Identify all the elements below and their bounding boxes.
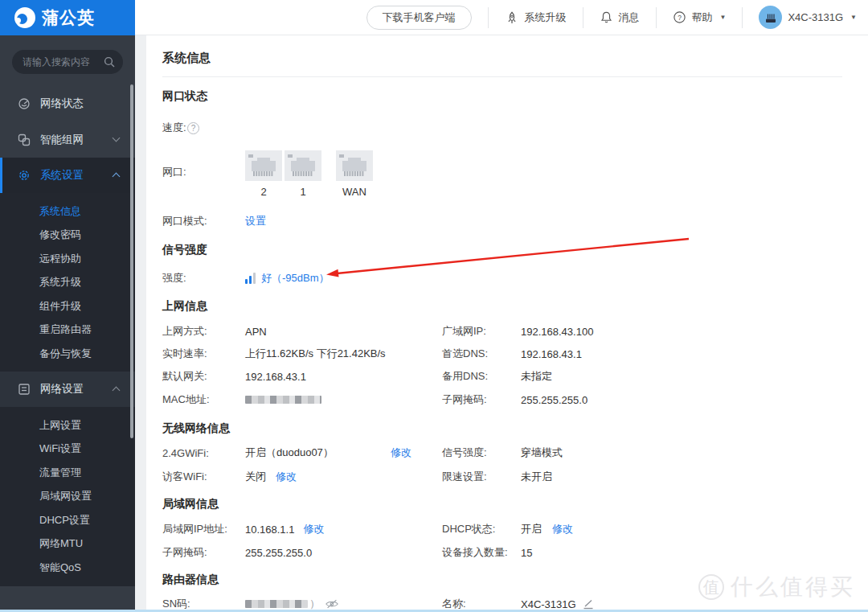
submenu-item-backup-restore[interactable]: 备份与恢复 xyxy=(0,342,135,366)
submenu-item-traffic-management[interactable]: 流量管理 xyxy=(0,461,135,485)
port-labels: 2 1 WAN xyxy=(245,186,373,198)
primary-dns-value: 192.168.43.1 xyxy=(521,348,582,360)
submenu-item-component-upgrade[interactable]: 组件升级 xyxy=(0,294,135,318)
wifi24-modify-link[interactable]: 修改 xyxy=(391,446,411,460)
gear-icon xyxy=(18,169,31,182)
ethernet-ports xyxy=(245,150,373,181)
device-avatar xyxy=(759,6,782,29)
devices-count-label: 设备接入数量: xyxy=(442,545,521,560)
lan-ip-row: 局域网IP地址: 10.168.1.1 修改 xyxy=(162,521,324,537)
page-title: 系统信息 xyxy=(162,51,211,66)
network-status-icon xyxy=(18,97,31,110)
ports-label: 网口: xyxy=(162,165,245,179)
speed-row: 速度: ? xyxy=(162,120,199,136)
edit-pencil-icon[interactable] xyxy=(583,599,594,610)
system-upgrade-label: 系统升级 xyxy=(525,10,567,25)
router-name-value: X4C-3131G xyxy=(521,598,576,610)
speed-help-icon[interactable]: ? xyxy=(187,122,199,134)
sidebar: 蒲公英 网络状态 智能组网 系统设置 xyxy=(0,0,135,612)
speed-limit-value: 未开启 xyxy=(521,470,552,484)
chevron-up-icon xyxy=(113,387,121,395)
network-settings-submenu: 上网设置 WiFi设置 流量管理 局域网设置 DHCP设置 网络MTU 智能Qo… xyxy=(0,407,135,586)
submenu-item-network-mtu[interactable]: 网络MTU xyxy=(0,532,135,557)
dhcp-status-value: 开启 xyxy=(521,522,542,536)
devices-count-value: 15 xyxy=(521,547,532,559)
signal-label: 强度: xyxy=(162,271,245,285)
wifi-strength-row: 信号强度: 穿墙模式 xyxy=(442,445,563,461)
help-menu[interactable]: ? 帮助 ▼ xyxy=(657,10,743,25)
bell-icon xyxy=(600,10,613,24)
lan-ip-modify-link[interactable]: 修改 xyxy=(303,522,324,536)
submenu-item-reboot-router[interactable]: 重启路由器 xyxy=(0,318,135,343)
primary-dns-label: 首选DNS: xyxy=(442,347,521,361)
signal-value[interactable]: 好（-95dBm） xyxy=(261,271,330,285)
sidebar-item-system-settings[interactable]: 系统设置 xyxy=(0,158,135,193)
mac-address-redacted xyxy=(245,396,321,404)
brand-logo[interactable]: 蒲公英 xyxy=(0,0,135,35)
submenu-item-system-info[interactable]: 系统信息 xyxy=(0,199,135,224)
dhcp-modify-link[interactable]: 修改 xyxy=(552,522,573,536)
sidebar-item-network-settings[interactable]: 网络设置 xyxy=(0,372,135,407)
wan-port-icon xyxy=(336,150,373,181)
sn-redacted xyxy=(245,600,308,608)
submenu-item-smart-qos[interactable]: 智能QoS xyxy=(0,556,135,580)
port-mode-settings-link[interactable]: 设置 xyxy=(245,214,266,228)
guest-wifi-modify-link[interactable]: 修改 xyxy=(276,470,297,484)
port-mode-label: 网口模式: xyxy=(162,214,245,228)
wan-row: 子网掩码: 255.255.255.0 xyxy=(442,392,588,408)
router-admin-page: 蒲公英 网络状态 智能组网 系统设置 xyxy=(0,0,868,612)
submenu-item-remote-assist[interactable]: 远程协助 xyxy=(0,247,135,271)
watermark: 值 什么值得买 xyxy=(698,572,855,602)
lan-mask-value: 255.255.255.0 xyxy=(245,547,312,559)
sidebar-search xyxy=(12,50,123,74)
ports-row: 网口: xyxy=(162,164,245,180)
search-icon[interactable] xyxy=(104,56,115,68)
chevron-down-icon: ▼ xyxy=(720,14,727,21)
guest-wifi-label: 访客WiFi: xyxy=(162,470,245,484)
messages-label: 消息 xyxy=(619,10,640,25)
sidebar-item-label: 智能组网 xyxy=(40,133,84,147)
dhcp-row: DHCP状态: 开启 修改 xyxy=(442,521,573,537)
sidebar-item-smart-networking[interactable]: 智能组网 xyxy=(0,122,135,158)
submenu-item-wifi-settings[interactable]: WiFi设置 xyxy=(0,437,135,462)
watermark-text: 什么值得买 xyxy=(731,572,855,602)
wifi24-value: 开启（duoduo07） xyxy=(245,446,334,460)
messages-button[interactable]: 消息 xyxy=(583,10,656,25)
mac-address-label: MAC地址: xyxy=(162,392,245,407)
wan-row: 实时速率: 上行11.62KB/s 下行21.42KB/s xyxy=(162,346,386,362)
sidebar-item-network-status[interactable]: 网络状态 xyxy=(0,86,135,121)
sidebar-scrollbar[interactable] xyxy=(130,84,133,438)
submenu-item-dhcp-settings[interactable]: DHCP设置 xyxy=(0,508,135,532)
section-wan-info: 上网信息 xyxy=(162,299,207,314)
wan-row: 广域网IP: 192.168.43.100 xyxy=(442,323,593,339)
brand-logo-icon xyxy=(14,7,35,28)
search-input[interactable] xyxy=(23,56,104,68)
submenu-item-change-password[interactable]: 修改密码 xyxy=(0,224,135,248)
guest-wifi-row: 访客WiFi: 关闭 修改 xyxy=(162,469,297,485)
guest-wifi-value: 关闭 xyxy=(245,470,266,484)
wifi24-label: 2.4GWiFi: xyxy=(162,447,245,459)
submenu-item-lan-settings[interactable]: 局域网设置 xyxy=(0,485,135,509)
topbar: 下载手机客户端 系统升级 消息 ? 帮助 ▼ xyxy=(135,0,868,35)
dhcp-status-label: DHCP状态: xyxy=(442,522,521,536)
system-upgrade-button[interactable]: 系统升级 xyxy=(489,10,583,25)
gateway-label: 默认网关: xyxy=(162,369,245,384)
wan-ip-label: 广域网IP: xyxy=(442,324,521,339)
eye-slash-icon[interactable] xyxy=(325,598,339,610)
realtime-rate-value: 上行11.62KB/s 下行21.42KB/s xyxy=(245,347,386,361)
rocket-icon xyxy=(505,10,519,25)
port-label-wan: WAN xyxy=(336,186,373,198)
help-icon: ? xyxy=(673,10,686,24)
submenu-item-wan-settings[interactable]: 上网设置 xyxy=(0,413,135,437)
wifi-strength-value: 穿墙模式 xyxy=(521,446,563,460)
sidebar-item-label: 系统设置 xyxy=(40,168,84,183)
brand-logo-text: 蒲公英 xyxy=(42,6,95,29)
wan-row: 默认网关: 192.168.43.1 xyxy=(162,368,306,384)
download-app-button[interactable]: 下载手机客户端 xyxy=(366,6,472,30)
section-signal-strength: 信号强度 xyxy=(162,243,207,257)
wan-row: 备用DNS: 未指定 xyxy=(442,368,552,384)
content-gutter xyxy=(135,35,146,612)
lan-mask-row: 子网掩码: 255.255.255.0 xyxy=(162,544,312,561)
account-menu[interactable]: X4C-3131G ▼ xyxy=(743,6,857,29)
submenu-item-system-upgrade[interactable]: 系统升级 xyxy=(0,271,135,295)
